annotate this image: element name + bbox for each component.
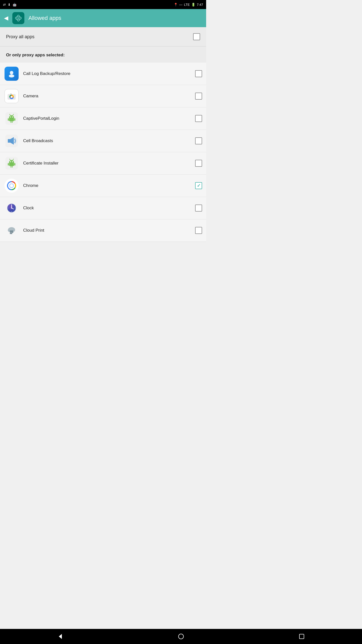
svg-rect-54 xyxy=(10,233,12,234)
proxy-all-apps-label: Proxy all apps xyxy=(6,34,34,39)
chrome-icon xyxy=(5,179,19,193)
cloudprint-icon xyxy=(5,223,19,237)
svg-rect-15 xyxy=(8,118,9,121)
list-item[interactable]: Certificate Installer xyxy=(0,152,206,175)
status-icon-location: 📍 xyxy=(174,3,178,7)
svg-rect-53 xyxy=(10,232,13,233)
app-icon-clock xyxy=(4,200,19,216)
status-icon-minus: — xyxy=(179,3,183,7)
vpn-icon xyxy=(14,14,22,22)
svg-point-4 xyxy=(9,74,14,77)
app-icon-call-log xyxy=(4,66,19,81)
app-bar: ◀ Allowed apps xyxy=(0,9,206,27)
svg-point-36 xyxy=(10,184,13,187)
camera-icon xyxy=(5,89,19,103)
back-button[interactable]: ◀ xyxy=(4,15,8,21)
status-icon-android: 🤖 xyxy=(13,3,17,7)
status-lte-label: LTE xyxy=(184,3,190,7)
list-item[interactable]: Call Log Backup/Restore xyxy=(0,63,206,85)
svg-point-2 xyxy=(18,18,19,19)
section-header: Or only proxy apps selected: xyxy=(0,47,206,63)
svg-point-13 xyxy=(10,116,11,117)
status-icon-battery: 🔋 xyxy=(191,3,195,7)
list-item[interactable]: Cloud Print xyxy=(0,219,206,242)
app-icon-certificate-installer xyxy=(4,156,19,171)
app-icon-captive-portal xyxy=(4,111,19,126)
checkbox-captive-portal[interactable] xyxy=(195,115,202,122)
app-name-camera: Camera xyxy=(23,94,191,99)
list-item[interactable]: Camera xyxy=(0,85,206,107)
list-item[interactable]: Chrome xyxy=(0,175,206,197)
svg-rect-31 xyxy=(12,166,13,168)
contacts-icon xyxy=(5,67,19,81)
checkbox-camera[interactable] xyxy=(195,93,202,100)
checkbox-certificate-installer[interactable] xyxy=(195,160,202,167)
checkbox-cell-broadcasts[interactable] xyxy=(195,137,202,144)
svg-point-3 xyxy=(10,71,13,74)
page-title: Allowed apps xyxy=(28,15,61,21)
section-header-text: Or only proxy apps selected: xyxy=(6,53,65,57)
app-list: Call Log Backup/Restore xyxy=(0,63,206,242)
status-icon-wifi: ⇄ xyxy=(3,3,6,7)
svg-rect-18 xyxy=(12,121,13,123)
svg-rect-12 xyxy=(9,118,14,121)
app-icon-camera xyxy=(4,89,19,104)
megaphone-icon xyxy=(5,134,19,148)
app-icon-cloud-print xyxy=(4,223,19,238)
proxy-all-apps-checkbox[interactable] xyxy=(193,33,200,40)
svg-point-14 xyxy=(12,116,13,117)
app-name-captive-portal: CaptivePortalLogin xyxy=(23,116,191,121)
main-content: Proxy all apps Or only proxy apps select… xyxy=(0,27,206,242)
status-icon-download: ⬇ xyxy=(8,3,11,7)
status-bar-right: 📍 — LTE 🔋 7:47 xyxy=(174,3,203,7)
svg-rect-52 xyxy=(10,231,13,231)
app-name-cell-broadcasts: Cell Broadcasts xyxy=(23,138,191,143)
app-logo xyxy=(12,12,24,24)
app-name-clock: Clock xyxy=(23,206,191,211)
android-icon-captive xyxy=(5,111,19,126)
status-bar-left: ⇄ ⬇ 🤖 xyxy=(3,3,17,7)
checkbox-chrome[interactable] xyxy=(195,182,202,189)
checkbox-clock[interactable] xyxy=(195,205,202,212)
list-item[interactable]: Cell Broadcasts xyxy=(0,130,206,152)
svg-rect-29 xyxy=(14,163,15,166)
svg-rect-16 xyxy=(14,118,15,121)
checkbox-cloud-print[interactable] xyxy=(195,227,202,234)
svg-point-8 xyxy=(11,96,13,98)
status-bar: ⇄ ⬇ 🤖 📍 — LTE 🔋 7:47 xyxy=(0,0,206,9)
svg-rect-25 xyxy=(9,163,14,166)
proxy-all-apps-row[interactable]: Proxy all apps xyxy=(0,27,206,47)
svg-rect-9 xyxy=(10,93,12,94)
app-icon-cell-broadcasts xyxy=(4,133,19,148)
android-icon-certificate xyxy=(5,156,19,170)
svg-point-43 xyxy=(11,208,12,209)
app-name-certificate-installer: Certificate Installer xyxy=(23,161,191,166)
svg-point-27 xyxy=(12,161,13,162)
list-item[interactable]: Clock xyxy=(0,197,206,219)
app-name-cloud-print: Cloud Print xyxy=(23,228,191,233)
app-name-call-log: Call Log Backup/Restore xyxy=(23,71,191,76)
list-item[interactable]: CaptivePortalLogin xyxy=(0,107,206,130)
clock-icon xyxy=(5,201,19,215)
app-name-chrome: Chrome xyxy=(23,183,191,188)
svg-rect-28 xyxy=(8,163,9,166)
app-icon-chrome xyxy=(4,178,19,193)
svg-point-26 xyxy=(10,161,11,162)
checkbox-call-log[interactable] xyxy=(195,70,202,77)
svg-rect-30 xyxy=(11,166,11,168)
status-time: 7:47 xyxy=(197,3,203,7)
svg-rect-17 xyxy=(11,121,11,123)
